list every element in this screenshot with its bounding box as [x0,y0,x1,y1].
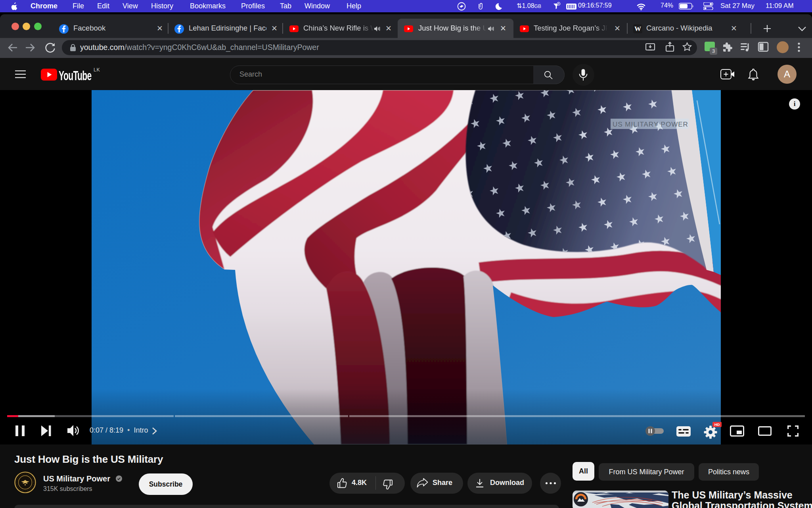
svg-text:US MILITARY POWER: US MILITARY POWER [613,121,688,128]
